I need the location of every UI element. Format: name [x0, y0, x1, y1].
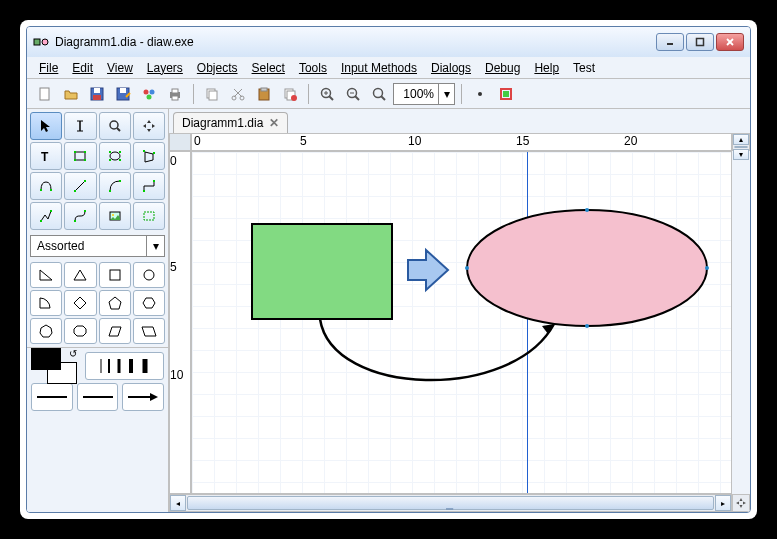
svg-point-13: [150, 89, 155, 94]
shape-square[interactable]: [99, 262, 131, 288]
tab-close-icon[interactable]: ✕: [269, 116, 279, 130]
menu-dialogs[interactable]: Dialogs: [425, 59, 477, 77]
tool-text[interactable]: T: [30, 142, 62, 170]
menu-objects[interactable]: Objects: [191, 59, 244, 77]
tool-line[interactable]: [64, 172, 96, 200]
tool-text-edit[interactable]: [64, 112, 96, 140]
snap-grid-button[interactable]: [468, 82, 492, 106]
nav-button[interactable]: [732, 494, 750, 512]
svg-point-87: [465, 266, 469, 270]
shape-rectangle[interactable]: [252, 224, 392, 319]
tool-polygon[interactable]: [133, 142, 165, 170]
line-style-selector[interactable]: [77, 383, 119, 411]
scroll-up-button[interactable]: ▴: [733, 134, 749, 145]
shape-block-arrow[interactable]: [408, 250, 448, 290]
line-width-selector[interactable]: [85, 352, 164, 380]
zoom-out-button[interactable]: [341, 82, 365, 106]
fg-color[interactable]: [31, 348, 61, 370]
shape-heptagon[interactable]: [30, 318, 62, 344]
tool-pointer[interactable]: [30, 112, 62, 140]
open-button[interactable]: [59, 82, 83, 106]
shape-circle[interactable]: [133, 262, 165, 288]
scrollbar-vertical[interactable]: ▴ ▾: [732, 133, 750, 151]
shape-triangle[interactable]: [64, 262, 96, 288]
svg-rect-68: [74, 220, 76, 222]
scroll-right-button[interactable]: ▸: [715, 495, 731, 511]
print-button[interactable]: [163, 82, 187, 106]
shape-quarter-circle[interactable]: [30, 290, 62, 316]
svg-line-43: [117, 128, 120, 131]
shape-ellipse[interactable]: [467, 210, 707, 326]
sheet-dropdown[interactable]: ▾: [146, 236, 164, 256]
tool-zigzag[interactable]: [133, 172, 165, 200]
minimize-button[interactable]: [656, 33, 684, 51]
shape-right-triangle[interactable]: [30, 262, 62, 288]
copy-button[interactable]: [200, 82, 224, 106]
arrow-start-selector[interactable]: [31, 383, 73, 411]
ruler-horizontal[interactable]: 0 5 10 15 20: [191, 133, 732, 151]
scroll-thumb-h[interactable]: ⎯: [187, 496, 714, 510]
save-as-button[interactable]: [111, 82, 135, 106]
new-button[interactable]: [33, 82, 57, 106]
menu-help[interactable]: Help: [528, 59, 565, 77]
swap-colors-icon[interactable]: ↺: [69, 348, 77, 359]
menu-select[interactable]: Select: [246, 59, 291, 77]
tool-box[interactable]: [64, 142, 96, 170]
tool-scroll[interactable]: [133, 112, 165, 140]
shape-diamond[interactable]: [64, 290, 96, 316]
zoom-fit-button[interactable]: [367, 82, 391, 106]
maximize-button[interactable]: [686, 33, 714, 51]
menu-test[interactable]: Test: [567, 59, 601, 77]
menu-file[interactable]: File: [33, 59, 64, 77]
shape-trapezoid[interactable]: [99, 318, 131, 344]
arrow-end-selector[interactable]: [122, 383, 164, 411]
menu-tools[interactable]: Tools: [293, 59, 333, 77]
fg-bg-selector[interactable]: ↺: [31, 348, 81, 384]
tool-ellipse[interactable]: [99, 142, 131, 170]
menu-view[interactable]: View: [101, 59, 139, 77]
scrollbar-horizontal[interactable]: ◂ ⎯ ▸: [169, 494, 732, 512]
ruler-origin[interactable]: [169, 133, 191, 151]
svg-point-89: [585, 208, 589, 212]
app-icon: [33, 34, 49, 50]
shape-pentagon[interactable]: [99, 290, 131, 316]
snap-object-button[interactable]: [494, 82, 518, 106]
zoom-input[interactable]: [394, 87, 438, 101]
cut-button[interactable]: [226, 82, 250, 106]
tool-bezier[interactable]: [64, 202, 96, 230]
scroll-down-button[interactable]: ▾: [733, 149, 749, 160]
svg-rect-66: [40, 220, 42, 222]
shape-parallelogram[interactable]: [133, 318, 165, 344]
paste-button[interactable]: [252, 82, 276, 106]
tool-polyline[interactable]: [30, 202, 62, 230]
shape-octagon[interactable]: [64, 318, 96, 344]
zoom-field[interactable]: ▾: [393, 83, 455, 105]
menu-debug[interactable]: Debug: [479, 59, 526, 77]
ruler-vertical[interactable]: 0 5 10: [169, 151, 191, 494]
scroll-left-button[interactable]: ◂: [170, 495, 186, 511]
menu-layers[interactable]: Layers: [141, 59, 189, 77]
menu-edit[interactable]: Edit: [66, 59, 99, 77]
save-button[interactable]: [85, 82, 109, 106]
shape-hexagon[interactable]: [133, 290, 165, 316]
tool-arc[interactable]: [99, 172, 131, 200]
delete-button[interactable]: [278, 82, 302, 106]
svg-rect-49: [84, 159, 86, 161]
sheet-selector[interactable]: Assorted ▾: [30, 235, 165, 257]
svg-point-1: [42, 39, 48, 45]
canvas[interactable]: [191, 151, 732, 494]
tool-image[interactable]: [99, 202, 131, 230]
export-button[interactable]: [137, 82, 161, 106]
scroll-thumb-v[interactable]: [734, 146, 748, 148]
zoom-in-button[interactable]: [315, 82, 339, 106]
close-button[interactable]: [716, 33, 744, 51]
tool-magnify[interactable]: [99, 112, 131, 140]
curve-arrow[interactable]: [320, 319, 554, 380]
tab-diagramm1[interactable]: Diagramm1.dia ✕: [173, 112, 288, 133]
svg-rect-45: [75, 152, 85, 160]
svg-rect-53: [109, 159, 111, 161]
tool-beziergon[interactable]: [30, 172, 62, 200]
menu-input-methods[interactable]: Input Methods: [335, 59, 423, 77]
tool-outline[interactable]: [133, 202, 165, 230]
zoom-dropdown[interactable]: ▾: [438, 84, 454, 104]
